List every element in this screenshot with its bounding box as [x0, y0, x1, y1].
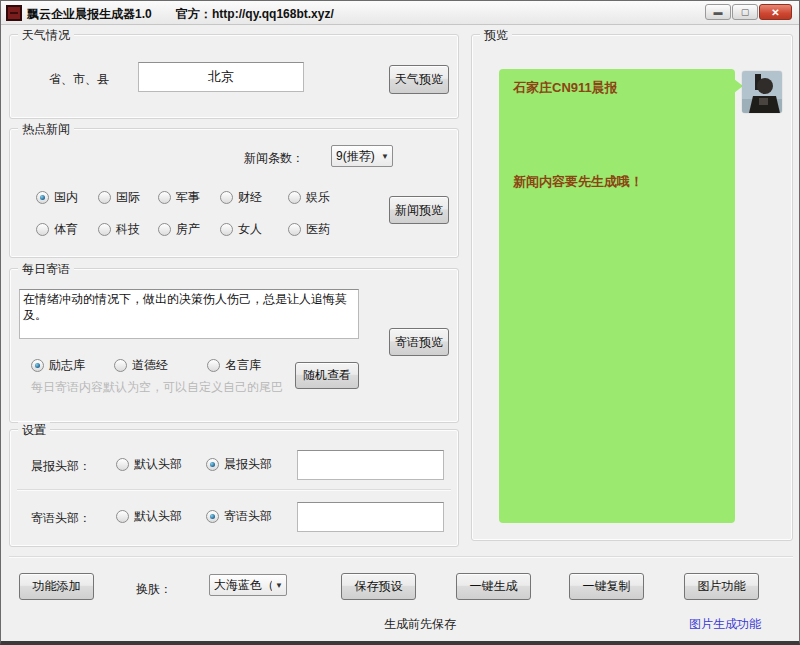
radio-icon — [98, 223, 111, 236]
radio-icon — [206, 458, 219, 471]
news-group-title: 热点新闻 — [18, 121, 74, 138]
random-view-button[interactable]: 随机查看 — [295, 362, 359, 389]
source-daodejing[interactable]: 道德经 — [114, 357, 168, 374]
message-header-label: 寄语头部： — [31, 510, 91, 527]
radio-icon — [206, 510, 219, 523]
radio-label: 寄语头部 — [224, 508, 272, 525]
chevron-down-icon: ▼ — [378, 152, 392, 161]
morning-header-input[interactable] — [297, 450, 444, 480]
add-feature-button[interactable]: 功能添加 — [19, 573, 94, 600]
minimize-icon: ▬ — [714, 7, 723, 17]
save-preset-label: 保存预设 — [355, 578, 403, 595]
radio-icon — [114, 359, 127, 372]
close-button[interactable]: ✕ — [759, 4, 792, 20]
morning-header-default-option[interactable]: 默认头部 — [116, 456, 182, 473]
copy-label: 一键复制 — [583, 578, 631, 595]
official-url-label: 官方：http://qy.qq168bt.xyz/ — [176, 6, 334, 23]
radio-label: 国际 — [116, 189, 140, 206]
radio-label: 科技 — [116, 221, 140, 238]
message-textarea[interactable]: 在情绪冲动的情况下，做出的决策伤人伤己，总是让人追悔莫及。 — [19, 289, 359, 339]
maximize-icon: ▢ — [741, 7, 750, 17]
skin-dropdown[interactable]: 大海蓝色（ ▼ — [209, 574, 287, 596]
radio-icon — [288, 223, 301, 236]
generate-button[interactable]: 一键生成 — [456, 573, 531, 600]
region-input[interactable] — [138, 62, 304, 92]
message-header-input[interactable] — [297, 502, 444, 532]
settings-group-title: 设置 — [18, 422, 50, 439]
radio-label: 默认头部 — [134, 508, 182, 525]
save-preset-button[interactable]: 保存预设 — [341, 573, 416, 600]
radio-icon — [288, 191, 301, 204]
radio-icon — [220, 223, 233, 236]
radio-icon — [36, 191, 49, 204]
news-preview-label: 新闻预览 — [395, 202, 443, 219]
radio-icon — [36, 223, 49, 236]
message-header-custom-option[interactable]: 寄语头部 — [206, 508, 272, 525]
image-function-button[interactable]: 图片功能 — [684, 573, 759, 600]
radio-label: 体育 — [54, 221, 78, 238]
message-preview-button[interactable]: 寄语预览 — [389, 328, 449, 356]
image-function-label: 图片功能 — [698, 578, 746, 595]
news-category-sports[interactable]: 体育 — [36, 221, 78, 238]
weather-group-title: 天气情况 — [18, 27, 74, 44]
chat-bubble — [499, 69, 735, 523]
weather-preview-button[interactable]: 天气预览 — [389, 65, 449, 94]
settings-divider — [17, 489, 451, 491]
message-group-title: 每日寄语 — [18, 261, 74, 278]
skin-value: 大海蓝色（ — [214, 577, 272, 594]
radio-icon — [207, 359, 220, 372]
news-preview-button[interactable]: 新闻预览 — [389, 196, 449, 224]
radio-icon — [220, 191, 233, 204]
save-first-hint: 生成前先保存 — [384, 616, 456, 633]
message-header-default-option[interactable]: 默认头部 — [116, 508, 182, 525]
radio-label: 女人 — [238, 221, 262, 238]
window-title: 飘云企业晨报生成器1.0 — [27, 6, 152, 23]
news-category-medicine[interactable]: 医药 — [288, 221, 330, 238]
image-generate-link[interactable]: 图片生成功能 — [689, 616, 761, 633]
news-count-dropdown[interactable]: 9(推荐) ▼ — [331, 145, 393, 167]
minimize-button[interactable]: ▬ — [705, 4, 731, 20]
radio-label: 晨报头部 — [224, 456, 272, 473]
region-label: 省、市、县 — [49, 71, 109, 88]
radio-label: 国内 — [54, 189, 78, 206]
preview-group-title: 预览 — [480, 27, 512, 44]
news-category-technology[interactable]: 科技 — [98, 221, 140, 238]
news-category-finance[interactable]: 财经 — [220, 189, 262, 206]
radio-icon — [31, 359, 44, 372]
bubble-title: 石家庄CN911晨报 — [513, 79, 618, 97]
skin-label: 换肤： — [136, 581, 172, 598]
radio-label: 房产 — [176, 221, 200, 238]
source-quotes-lib[interactable]: 名言库 — [207, 357, 261, 374]
add-feature-label: 功能添加 — [33, 578, 81, 595]
radio-icon — [158, 223, 171, 236]
radio-label: 默认头部 — [134, 456, 182, 473]
generate-label: 一键生成 — [470, 578, 518, 595]
morning-header-label: 晨报头部： — [31, 458, 91, 475]
radio-label: 名言库 — [225, 357, 261, 374]
morning-header-custom-option[interactable]: 晨报头部 — [206, 456, 272, 473]
radio-icon — [98, 191, 111, 204]
radio-label: 财经 — [238, 189, 262, 206]
news-category-entertainment[interactable]: 娱乐 — [288, 189, 330, 206]
app-icon — [6, 5, 22, 21]
news-category-domestic[interactable]: 国内 — [36, 189, 78, 206]
news-category-international[interactable]: 国际 — [98, 189, 140, 206]
source-inspirational-lib[interactable]: 励志库 — [31, 357, 85, 374]
radio-label: 娱乐 — [306, 189, 330, 206]
news-category-realestate[interactable]: 房产 — [158, 221, 200, 238]
radio-label: 军事 — [176, 189, 200, 206]
news-category-military[interactable]: 军事 — [158, 189, 200, 206]
bubble-body: 新闻内容要先生成哦！ — [513, 173, 643, 191]
radio-label: 励志库 — [49, 357, 85, 374]
news-category-women[interactable]: 女人 — [220, 221, 262, 238]
chevron-down-icon: ▼ — [272, 581, 286, 590]
copy-button[interactable]: 一键复制 — [569, 573, 644, 600]
maximize-button[interactable]: ▢ — [732, 4, 758, 20]
user-avatar — [742, 71, 782, 113]
radio-icon — [116, 510, 129, 523]
message-preview-label: 寄语预览 — [395, 334, 443, 351]
close-icon: ✕ — [771, 7, 779, 18]
weather-preview-label: 天气预览 — [395, 71, 443, 88]
random-view-label: 随机查看 — [303, 367, 351, 384]
message-hint: 每日寄语内容默认为空，可以自定义自己的尾巴 — [31, 379, 283, 396]
